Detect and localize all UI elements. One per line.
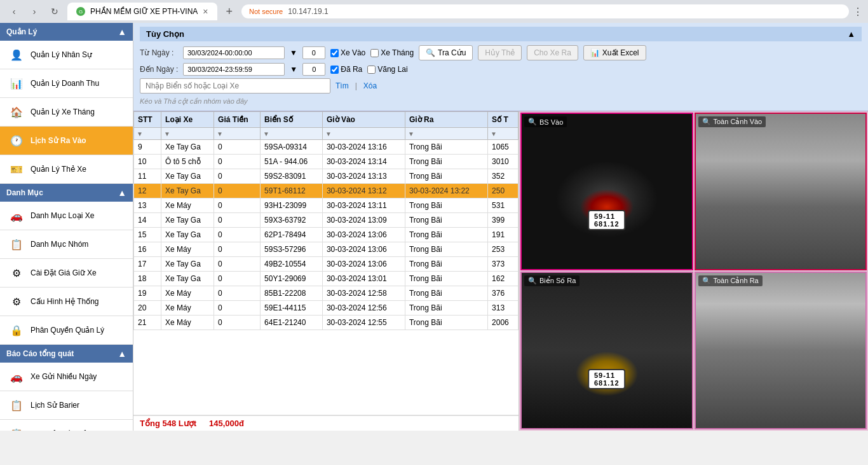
- table-row[interactable]: 10Ô tô 5 chỗ051A - 944.0630-03-2024 13:1…: [134, 155, 519, 169]
- bien-so-search-input[interactable]: [140, 78, 330, 94]
- tu-ngay-input[interactable]: [183, 46, 285, 59]
- table-row[interactable]: 16Xe Máy059S3-5729630-03-2024 13:06Trong…: [134, 242, 519, 257]
- cell-gia: 0: [214, 213, 261, 228]
- sidebar-item-lich-su[interactable]: 🕐 Lịch Sử Ra Vào: [0, 127, 133, 155]
- sidebar-item-loai-xe[interactable]: 🚗 Danh Mục Loại Xe: [0, 202, 133, 230]
- excel-icon: 📊: [590, 48, 600, 57]
- sidebar-item-the-xe[interactable]: 🎫 Quản Lý Thẻ Xe: [0, 155, 133, 184]
- cell-vao: 30-03-2024 13:11: [322, 198, 405, 213]
- sidebar-item-gia-giu-xe[interactable]: ⚙ Cài Đặt Giá Giữ Xe: [0, 259, 133, 288]
- forward-button[interactable]: ›: [25, 3, 43, 20]
- browser-tab[interactable]: G PHẦN MỀM GIỮ XE PTH-VINA ×: [67, 3, 217, 20]
- sidebar-item-lich-su-barier[interactable]: 📋 Lịch Sử Barier: [0, 391, 133, 420]
- cell-so: 3010: [488, 155, 519, 169]
- vang-lai-checkbox[interactable]: [367, 66, 376, 74]
- filter-gio-vao: ▼: [322, 128, 405, 140]
- table-row[interactable]: 9Xe Tay Ga059SA-0931430-03-2024 13:16Tro…: [134, 140, 519, 155]
- table-row[interactable]: 17Xe Tay Ga049B2-1055430-03-2024 13:06Tr…: [134, 257, 519, 272]
- tu-ngay-num-input[interactable]: [302, 46, 325, 59]
- sidebar-item-he-thong[interactable]: ⚙ Cấu Hình Hệ Thống: [0, 288, 133, 316]
- sidebar-item-gui-nhieu-ngay[interactable]: 🚗 Xe Gửi Nhiều Ngày: [0, 363, 133, 391]
- refresh-button[interactable]: ↻: [46, 3, 64, 20]
- sidebar-item-nhom[interactable]: 📋 Danh Mục Nhóm: [0, 230, 133, 259]
- cell-so: 313: [488, 301, 519, 316]
- xuat-excel-button[interactable]: 📊 Xuất Excel: [583, 45, 646, 60]
- camera-toan-canh-vao-label: 🔍 Toàn Cảnh Vào: [698, 116, 766, 127]
- table-row[interactable]: 21Xe Máy064E1-2124030-03-2024 12:55Trong…: [134, 316, 519, 330]
- cho-xe-ra-button[interactable]: Cho Xe Ra: [527, 45, 578, 60]
- cell-gia: 0: [214, 316, 261, 330]
- xe-vao-checkbox[interactable]: [330, 49, 339, 57]
- xe-thang-label: Xe Tháng: [381, 48, 414, 57]
- cell-so: 253: [488, 242, 519, 257]
- table-container[interactable]: STT Loại Xe Giá Tiền Biển Số Giờ Vào Giờ…: [133, 111, 519, 415]
- col-gia-tien: Giá Tiền: [214, 112, 261, 128]
- xe-vao-checkbox-label[interactable]: Xe Vào: [330, 48, 365, 57]
- cell-vao: 30-03-2024 12:58: [322, 286, 405, 301]
- section3-label: Báo Cáo tổng quát: [6, 349, 74, 358]
- sidebar-item-phan-quyen[interactable]: 🔒 Phân Quyền Quản Lý: [0, 316, 133, 345]
- cell-gia: 0: [214, 228, 261, 242]
- sidebar-item-xe-thang[interactable]: 🏠 Quản Lý Xe Tháng: [0, 98, 133, 127]
- total-count: 548 Lượt: [162, 419, 196, 428]
- cell-bien: 93H1-23099: [261, 198, 323, 213]
- extensions-icon[interactable]: ⋮: [853, 6, 863, 18]
- vang-lai-checkbox-label[interactable]: Vãng Lai: [367, 65, 407, 74]
- tuy-chon-label: Tùy Chọn: [146, 29, 184, 39]
- table-row[interactable]: 12Xe Tay Ga059T1-6811230-03-2024 13:1230…: [134, 184, 519, 198]
- cell-loai: Xe Tay Ga: [161, 213, 214, 228]
- da-ra-checkbox[interactable]: [330, 66, 339, 74]
- col-loai-xe: Loại Xe: [161, 112, 214, 128]
- section3-collapse[interactable]: ▲: [118, 349, 126, 359]
- address-bar[interactable]: Not secure 10.147.19.1: [241, 4, 849, 18]
- cell-bien: 49B2-10554: [261, 257, 323, 272]
- loai-xe-label: Danh Mục Loại Xe: [31, 211, 94, 220]
- den-ngay-num-input[interactable]: [302, 63, 325, 76]
- cell-loai: Xe Tay Ga: [161, 228, 214, 242]
- toolbar-collapse-icon[interactable]: ▲: [847, 29, 855, 39]
- cell-ra: Trong Bãi: [405, 301, 487, 316]
- tra-cuu-button[interactable]: 🔍 Tra Cứu: [419, 45, 473, 60]
- den-ngay-dropdown-icon[interactable]: ▼: [290, 65, 297, 74]
- cell-ra: Trong Bãi: [405, 242, 487, 257]
- cell-ra: Trong Bãi: [405, 155, 487, 169]
- cell-so: 2006: [488, 316, 519, 330]
- table-row[interactable]: 18Xe Tay Ga050Y1-2906930-03-2024 13:01Tr…: [134, 272, 519, 286]
- huy-the-button[interactable]: Hủy Thẻ: [478, 45, 522, 60]
- sidebar-item-doanh-thu[interactable]: 📊 Quản Lý Doanh Thu: [0, 69, 133, 98]
- table-row[interactable]: 11Xe Tay Ga059S2-8309130-03-2024 13:13Tr…: [134, 169, 519, 184]
- cell-vao: 30-03-2024 12:56: [322, 301, 405, 316]
- den-ngay-input[interactable]: [183, 63, 285, 76]
- toolbar-row-1: Từ Ngày : ▼ Xe Vào Xe Tháng 🔍 Tra Cứu: [140, 45, 862, 60]
- cell-gia: 0: [214, 301, 261, 316]
- new-tab-button[interactable]: +: [221, 5, 238, 18]
- tab-close-button[interactable]: ×: [203, 6, 208, 17]
- section2-collapse[interactable]: ▲: [118, 188, 126, 198]
- cell-vao: 30-03-2024 13:09: [322, 213, 405, 228]
- table-row[interactable]: 15Xe Tay Ga062P1-7849430-03-2024 13:06Tr…: [134, 228, 519, 242]
- xoa-link[interactable]: Xóa: [363, 81, 377, 90]
- sidebar-item-nhan-su[interactable]: 👤 Quản Lý Nhân Sự: [0, 41, 133, 69]
- cell-bien: 59E1-44115: [261, 301, 323, 316]
- table-row[interactable]: 14Xe Tay Ga059X3-6379230-03-2024 13:09Tr…: [134, 213, 519, 228]
- table-row[interactable]: 13Xe Máy093H1-2309930-03-2024 13:11Trong…: [134, 198, 519, 213]
- table-row[interactable]: 19Xe Máy085B1-2220830-03-2024 12:58Trong…: [134, 286, 519, 301]
- section1-collapse[interactable]: ▲: [118, 27, 126, 37]
- drag-hint: Kéo và Thả cột cần nhóm vào đây: [140, 96, 862, 107]
- tim-link[interactable]: Tìm: [336, 81, 349, 90]
- cell-gia: 0: [214, 242, 261, 257]
- camera-bs-vao: 🔍 BS Vào 59-11 681.12: [520, 113, 693, 270]
- back-button[interactable]: ‹: [5, 3, 23, 20]
- tu-ngay-dropdown-icon[interactable]: ▼: [290, 48, 297, 57]
- cell-vao: 30-03-2024 13:16: [322, 140, 405, 155]
- xe-thang-checkbox[interactable]: [370, 49, 379, 57]
- camera-toan-canh-ra-label: 🔍 Toàn Cảnh Ra: [698, 275, 763, 286]
- table-row[interactable]: 20Xe Máy059E1-4411530-03-2024 12:56Trong…: [134, 301, 519, 316]
- cell-stt: 14: [134, 213, 161, 228]
- da-ra-checkbox-label[interactable]: Đã Ra: [330, 65, 362, 74]
- sidebar-item-lich-su-mat-the[interactable]: 📋 Lịch Sử Mất Thẻ: [0, 420, 133, 431]
- xe-thang-checkbox-label[interactable]: Xe Tháng: [370, 48, 414, 57]
- cell-ra: Trong Bãi: [405, 286, 487, 301]
- tu-ngay-label: Từ Ngày :: [140, 48, 178, 57]
- cell-stt: 21: [134, 316, 161, 330]
